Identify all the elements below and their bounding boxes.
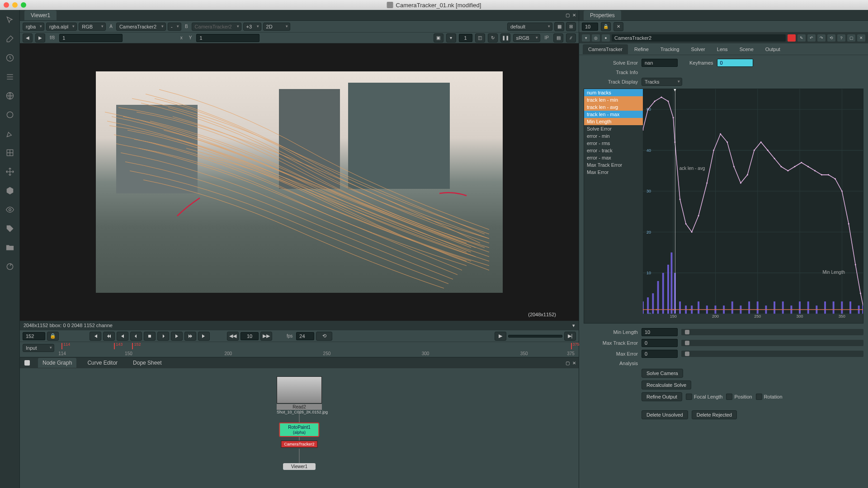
first-frame-button[interactable] bbox=[90, 332, 101, 341]
tab-cameratracker[interactable]: CameraTracker bbox=[583, 44, 628, 54]
panel-float-icon[interactable]: ▢ bbox=[566, 13, 570, 18]
legend-max-track-error[interactable]: Max Track Error bbox=[584, 161, 643, 169]
viewer-grid-icon[interactable]: ⊞ bbox=[566, 22, 576, 31]
clock-icon[interactable] bbox=[4, 52, 16, 64]
tab-curve-editor[interactable]: Curve Editor bbox=[83, 358, 122, 368]
timeline-marker-1[interactable] bbox=[114, 343, 115, 349]
timeline-start-marker[interactable] bbox=[61, 343, 62, 349]
prev-key-button[interactable] bbox=[103, 332, 115, 341]
next-frame-icon[interactable]: ▶ bbox=[35, 33, 45, 42]
max-track-error-slider[interactable] bbox=[681, 340, 863, 346]
recalculate-solve-button[interactable]: Recalculate Solve bbox=[642, 380, 691, 389]
eye-icon[interactable] bbox=[4, 203, 16, 216]
refine-output-button[interactable]: Refine Output bbox=[642, 392, 682, 401]
center-node-icon[interactable]: ◎ bbox=[592, 34, 600, 42]
input-a-dropdown[interactable]: CameraTracker2 bbox=[116, 23, 166, 31]
brush-tool-icon[interactable] bbox=[4, 33, 16, 45]
panel-float-icon[interactable]: ▢ bbox=[566, 361, 570, 366]
pen-tool-icon[interactable] bbox=[4, 127, 16, 140]
node-read[interactable]: Read2 Shot_10_C026_2K.0152.jpg bbox=[277, 376, 322, 414]
min-length-field[interactable]: 10 bbox=[642, 328, 678, 336]
tab-dope-sheet[interactable]: Dope Sheet bbox=[128, 358, 166, 368]
timeline-playhead[interactable] bbox=[132, 343, 133, 349]
gamma-field[interactable]: 1 bbox=[196, 34, 259, 42]
viewer-stripes-icon[interactable]: ⫽ bbox=[566, 33, 576, 42]
node-revert-icon[interactable]: ⟲ bbox=[827, 34, 835, 42]
node-graph[interactable]: Read2 Shot_10_C026_2K.0152.jpg RotoPaint… bbox=[20, 368, 579, 488]
alpha-dropdown[interactable]: rgba.alpl bbox=[46, 23, 77, 31]
panel-handle-icon[interactable] bbox=[24, 360, 30, 366]
gain-dropdown[interactable]: +3 bbox=[243, 23, 261, 31]
min-length-slider[interactable] bbox=[681, 329, 863, 335]
tab-lens[interactable]: Lens bbox=[712, 44, 733, 54]
playback-range-field[interactable] bbox=[508, 335, 562, 338]
panel-close-icon[interactable]: ✕ bbox=[572, 361, 576, 366]
input-b-dropdown[interactable]: CameraTracker2 bbox=[192, 23, 241, 31]
node-cameratracker[interactable]: CameraTracker2 bbox=[281, 441, 317, 448]
position-checkbox[interactable]: Position bbox=[726, 394, 752, 400]
circle-tool-icon[interactable] bbox=[4, 108, 16, 121]
node-redo-icon[interactable]: ↷ bbox=[817, 34, 826, 42]
gain-field[interactable]: 1 bbox=[59, 34, 123, 42]
legend-num-tracks[interactable]: num tracks bbox=[584, 89, 643, 96]
node-enable-icon[interactable]: ● bbox=[602, 34, 610, 42]
zoom-window-button[interactable] bbox=[21, 2, 26, 8]
node-viewer[interactable]: Viewer1 bbox=[283, 463, 316, 470]
tab-scene[interactable]: Scene bbox=[734, 44, 759, 54]
tag-icon[interactable] bbox=[4, 222, 16, 235]
globe-icon[interactable] bbox=[4, 89, 16, 102]
legend-track-len-max[interactable]: track len - max bbox=[584, 111, 643, 118]
delete-rejected-button[interactable]: Delete Rejected bbox=[692, 410, 737, 419]
step-fwd-button[interactable] bbox=[157, 332, 169, 341]
next-key-button[interactable] bbox=[184, 332, 196, 341]
loop-mode-button[interactable]: ⟲ bbox=[316, 332, 332, 341]
max-error-slider[interactable] bbox=[681, 351, 863, 357]
timeline-track[interactable]: 114 150 200 250 300 350 375 bbox=[57, 342, 576, 357]
solve-camera-button[interactable]: Solve Camera bbox=[642, 369, 683, 378]
legend-track-len-min[interactable]: track len - min bbox=[584, 96, 643, 103]
keyframes-field[interactable]: 0 bbox=[717, 59, 753, 67]
viewer-region-icon[interactable]: ▦ bbox=[554, 22, 564, 31]
move-tool-icon[interactable] bbox=[4, 165, 16, 178]
wipe-dropdown[interactable]: - bbox=[168, 23, 181, 31]
node-name-field[interactable]: CameraTracker2 bbox=[612, 34, 786, 42]
legend-error-track[interactable]: error - track bbox=[584, 147, 643, 154]
playback-fwd-icon[interactable]: ▶ bbox=[495, 332, 506, 341]
tab-output[interactable]: Output bbox=[760, 44, 786, 54]
default-dropdown[interactable]: default bbox=[507, 23, 552, 31]
grid-icon[interactable] bbox=[4, 146, 16, 159]
fps-field[interactable]: 24 bbox=[296, 332, 314, 340]
step-back-button[interactable] bbox=[130, 332, 142, 341]
select-tool-icon[interactable] bbox=[4, 14, 16, 26]
playback-end-icon[interactable]: ▶| bbox=[564, 332, 576, 341]
node-color-swatch[interactable] bbox=[788, 34, 796, 42]
legend-min-length[interactable]: Min Length bbox=[584, 118, 643, 125]
legend-solve-error[interactable]: Solve Error bbox=[584, 125, 643, 132]
tab-solver[interactable]: Solver bbox=[686, 44, 711, 54]
legend-max-error[interactable]: Max Error bbox=[584, 169, 643, 176]
skip-fwd-button[interactable]: ▶▶ bbox=[260, 332, 272, 341]
lock-frame-icon[interactable]: 🔒 bbox=[47, 332, 59, 341]
panel-close-icon[interactable]: ✕ bbox=[572, 13, 576, 18]
tab-refine[interactable]: Refine bbox=[629, 44, 654, 54]
tab-tracking[interactable]: Tracking bbox=[655, 44, 685, 54]
viewer-status-line[interactable]: 2048x1152 bbox: 0 0 2048 1152 channe bbox=[20, 321, 579, 330]
list-icon[interactable] bbox=[4, 70, 16, 83]
timeline[interactable]: Input 114 150 200 250 300 350 375 bbox=[20, 342, 579, 357]
node-close-icon[interactable]: ✕ bbox=[857, 34, 865, 42]
properties-tab[interactable]: Properties bbox=[584, 10, 621, 20]
play-back-button[interactable] bbox=[117, 332, 128, 341]
legend-error-rms[interactable]: error - rms bbox=[584, 140, 643, 147]
node-edit-icon[interactable]: ✎ bbox=[797, 34, 806, 42]
viewer-proxy-icon[interactable]: ▣ bbox=[434, 33, 443, 42]
legend-track-len-avg[interactable]: track len - avg bbox=[584, 103, 643, 111]
node-undo-icon[interactable]: ↶ bbox=[807, 34, 816, 42]
current-frame-field[interactable]: 152 bbox=[23, 332, 45, 340]
timeline-end-marker[interactable] bbox=[571, 343, 572, 349]
expand-icon[interactable]: ▾ bbox=[582, 34, 590, 42]
viewer-canvas[interactable]: (2048x1152) bbox=[20, 43, 579, 321]
close-window-button[interactable] bbox=[4, 2, 9, 8]
prev-frame-icon[interactable]: ◀ bbox=[23, 33, 33, 42]
max-track-error-field[interactable]: 0 bbox=[642, 339, 678, 347]
folder-icon[interactable] bbox=[4, 241, 16, 254]
